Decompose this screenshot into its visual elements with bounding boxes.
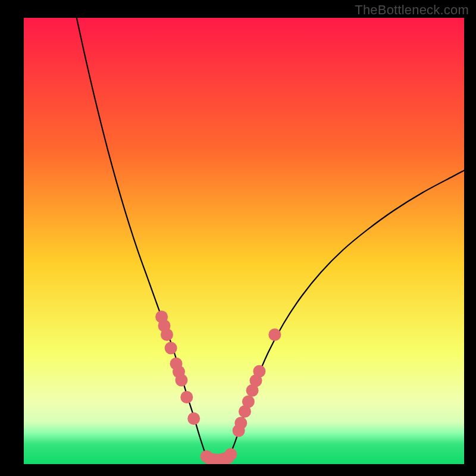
marker-point [165, 342, 177, 355]
marker-point [187, 412, 200, 425]
marker-point [180, 391, 193, 403]
marker-point [161, 328, 173, 341]
marker-point [175, 374, 187, 387]
marker-point [242, 396, 255, 408]
marker-point [268, 328, 281, 341]
marker-point [224, 448, 237, 461]
marker-point [234, 417, 247, 430]
marker-point [253, 365, 265, 378]
bottleneck-chart [0, 0, 476, 476]
chart-frame: TheBottleneck.com [0, 0, 476, 476]
plot-background-gradient [24, 18, 464, 464]
watermark-text: TheBottleneck.com [355, 2, 469, 18]
